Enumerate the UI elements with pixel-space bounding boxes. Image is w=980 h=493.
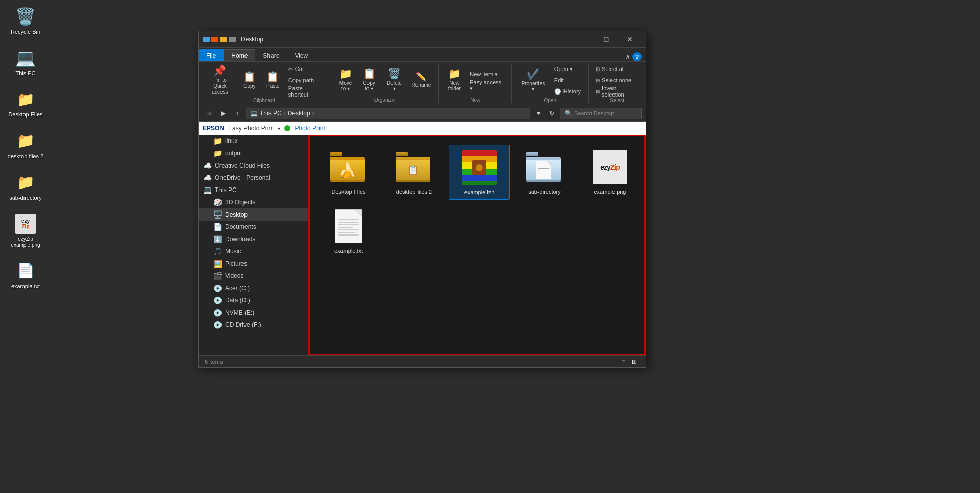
tab-share[interactable]: Share	[255, 49, 287, 61]
path-this-pc[interactable]: This PC	[260, 110, 282, 117]
select-all-button[interactable]: ⊞ Select all	[593, 64, 642, 74]
nav-item-desktop[interactable]: 🖥️ Desktop	[199, 208, 308, 221]
nav-item-linux[interactable]: 📁 linux	[199, 135, 308, 147]
ribbon-right-controls: ∧ ?	[625, 52, 646, 61]
new-item-button[interactable]: New item ▾	[467, 69, 507, 80]
example-txt-label: example.txt	[11, 283, 40, 290]
properties-button[interactable]: ✔️ Properties ▾	[516, 65, 550, 95]
data-d-icon: 💿	[213, 296, 222, 304]
paste-button[interactable]: 📋 Paste	[262, 65, 284, 95]
nav-item-creative-cloud[interactable]: ☁️ Creative Cloud Files	[199, 159, 308, 172]
file-item-sub-directory[interactable]: sub-directory	[514, 145, 575, 200]
forward-button[interactable]: ▶	[217, 107, 229, 120]
file-item-example-lzh[interactable]: example.lzh	[449, 145, 510, 200]
pictures-icon: 🖼️	[213, 260, 222, 268]
nav-item-output[interactable]: 📁 output	[199, 147, 308, 159]
epson-dropdown-btn[interactable]: ▾	[278, 126, 280, 131]
desktop-files-label: Desktop FIles	[8, 111, 42, 118]
details-view-button[interactable]: ≡	[618, 357, 628, 366]
invert-selection-button[interactable]: ⊠ Invert selection	[593, 86, 642, 97]
nav-item-music[interactable]: 🎵 Music	[199, 245, 308, 257]
desktop-icon-this-pc[interactable]: 💻 This PC	[4, 45, 47, 79]
nav-item-cd-drive-f[interactable]: 💿 CD Drive (F:)	[199, 319, 308, 331]
easy-access-button[interactable]: Easy access ▾	[467, 81, 507, 91]
desktop-icon-sub-directory[interactable]: 📁 sub-directory	[4, 170, 47, 203]
example-png-icon: ezyZip	[592, 149, 628, 185]
nvme-e-icon: 💿	[213, 309, 222, 317]
ribbon-group-open: ✔️ Properties ▾ Open ▾ Edit 🕐	[512, 64, 589, 103]
nav-item-nvme-e[interactable]: 💿 NVME (E:)	[199, 307, 308, 319]
help-button[interactable]: ?	[632, 52, 642, 61]
path-icon: 💻	[250, 110, 258, 117]
maximize-button[interactable]: □	[595, 31, 618, 48]
invert-icon: ⊠	[596, 89, 600, 95]
desktop-files-2-label: desktop files 2	[8, 153, 43, 160]
nav-item-acer-c[interactable]: 💿 Acer (C:)	[199, 282, 308, 294]
file-item-desktop-files[interactable]: 🍌 Desktop FIles	[318, 145, 379, 200]
cut-button[interactable]: ✂ Cut	[285, 64, 326, 74]
item-count: 6 items	[205, 359, 223, 365]
select-all-icon: ⊞	[596, 66, 600, 72]
dropdown-btn[interactable]: ▾	[532, 107, 545, 120]
select-none-button[interactable]: ⊟ Select none	[593, 75, 642, 85]
rename-button[interactable]: ✏️ Rename	[408, 65, 435, 95]
file-item-example-txt[interactable]: example.txt	[318, 204, 379, 258]
sub-directory-label: sub-directory	[9, 195, 42, 201]
desktop-icon-example-txt[interactable]: 📄 example.txt	[4, 259, 47, 292]
up-button[interactable]: ↑	[231, 107, 243, 120]
nav-item-onedrive[interactable]: ☁️ OneDrive - Personal	[199, 172, 308, 184]
back-button[interactable]: ◀	[203, 107, 215, 120]
desktop-icon-recycle-bin[interactable]: 🗑️ Recycle Bin	[4, 4, 47, 37]
title-bar-controls: — □ ✕	[571, 31, 642, 48]
close-button[interactable]: ✕	[618, 31, 642, 48]
creative-cloud-icon: ☁️	[203, 161, 212, 170]
nav-item-this-pc[interactable]: 💻 This PC	[199, 184, 308, 196]
nav-item-pictures[interactable]: 🖼️ Pictures	[199, 257, 308, 270]
history-button[interactable]: 🕐 History	[551, 86, 584, 97]
title-bar-icons	[203, 37, 236, 42]
tab-view[interactable]: View	[287, 49, 315, 61]
copy-path-button[interactable]: Copy path	[285, 75, 326, 85]
nav-item-3d-objects[interactable]: 🎲 3D Objects	[199, 196, 308, 208]
copy-button[interactable]: 📋 Copy	[238, 65, 261, 95]
delete-button[interactable]: 🗑️ Delete ▾	[381, 65, 407, 95]
desktop-icon-desktop-files-2[interactable]: 📁 desktop files 2	[4, 129, 47, 162]
epson-photo-print[interactable]: Photo Print	[295, 125, 325, 132]
ribbon-content: 📌 Pin to Quickaccess 📋 Copy 📋 Paste	[199, 62, 646, 105]
minimize-button[interactable]: —	[571, 31, 595, 48]
desktop-icon-desktop-files[interactable]: 📁 Desktop FIles	[4, 87, 47, 120]
file-item-desktop-files-2[interactable]: 📋 desktop files 2	[383, 145, 445, 200]
example-txt-file-icon	[330, 208, 367, 245]
paste-shortcut-button[interactable]: Paste shortcut	[285, 86, 326, 97]
search-box[interactable]: 🔍 Search Desktop	[560, 108, 642, 119]
desktop-icon-ezyzip[interactable]: ezyZip ezyZipexample.png	[4, 212, 47, 250]
nav-item-documents[interactable]: 📄 Documents	[199, 221, 308, 233]
ribbon-collapse-btn[interactable]: ∧	[625, 53, 630, 61]
path-desktop[interactable]: Desktop	[288, 110, 310, 117]
nav-item-downloads[interactable]: ⬇️ Downloads	[199, 233, 308, 245]
refresh-button[interactable]: ↻	[546, 107, 558, 120]
address-path[interactable]: 💻 This PC › Desktop ›	[246, 108, 530, 119]
copy-to-button[interactable]: 📋 Copyto ▾	[358, 65, 380, 95]
epson-app-name: Easy Photo Print	[228, 125, 274, 132]
desktop-nav-icon: 🖥️	[213, 210, 222, 219]
pin-quick-access-button[interactable]: 📌 Pin to Quickaccess	[203, 65, 237, 95]
tab-home[interactable]: Home	[224, 49, 255, 61]
large-icons-view-button[interactable]: ⊞	[629, 357, 640, 366]
onedrive-icon: ☁️	[203, 174, 212, 182]
open-button[interactable]: Open ▾	[551, 64, 584, 74]
edit-button[interactable]: Edit	[551, 75, 584, 85]
delete-icon: 🗑️	[388, 68, 401, 79]
desktop-files-2-icon: 📁	[15, 131, 36, 151]
tab-file[interactable]: File	[199, 49, 224, 61]
rename-icon: ✏️	[416, 73, 426, 81]
organize-items: 📁 Moveto ▾ 📋 Copyto ▾ 🗑️ Delete ▾ ✏	[334, 64, 434, 96]
nav-item-videos[interactable]: 🎬 Videos	[199, 270, 308, 282]
view-controls: ≡ ⊞	[618, 357, 640, 366]
nav-item-data-d[interactable]: 💿 Data (D:)	[199, 294, 308, 307]
new-folder-button[interactable]: 📁 Newfolder	[443, 65, 465, 95]
copy-to-icon: 📋	[363, 68, 376, 79]
move-to-button[interactable]: 📁 Moveto ▾	[334, 65, 357, 95]
file-item-example-png[interactable]: ezyZip example.png	[579, 145, 641, 200]
ribbon-group-select: ⊞ Select all ⊟ Select none ⊠ Invert sele…	[589, 64, 646, 103]
